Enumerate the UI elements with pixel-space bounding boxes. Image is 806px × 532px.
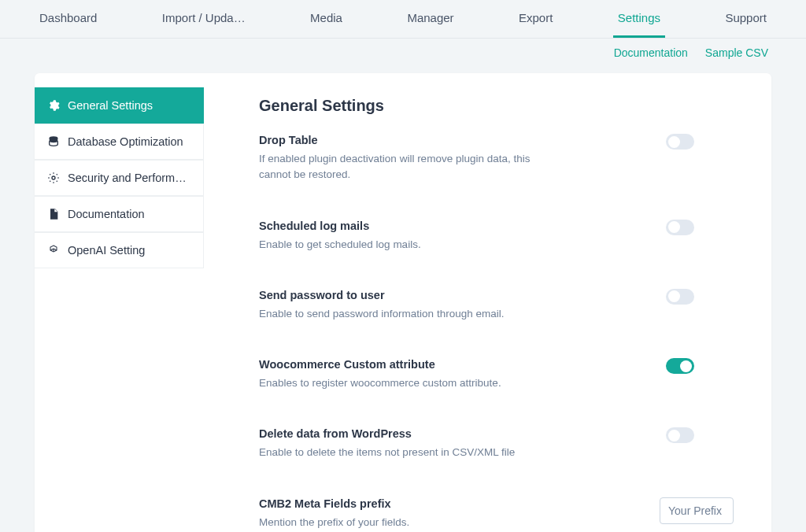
sidebar-item-label: Documentation	[68, 208, 145, 220]
toggle-delete-data[interactable]	[666, 427, 694, 443]
nav-export[interactable]: Export	[514, 11, 557, 38]
setting-woo-attribute: Woocommerce Custom attribute Enables to …	[259, 358, 734, 391]
setting-desc: Enables to register woocommerce custom a…	[259, 375, 558, 391]
toggle-drop-table[interactable]	[666, 134, 694, 150]
nav-dashboard[interactable]: Dashboard	[35, 11, 102, 38]
sidebar-item-openai[interactable]: OpenAI Setting	[35, 232, 204, 268]
sidebar-item-general[interactable]: General Settings	[35, 87, 204, 124]
nav-settings[interactable]: Settings	[613, 11, 665, 38]
sub-links: Documentation Sample CSV	[0, 39, 806, 59]
setting-desc: Enable to get scheduled log mails.	[259, 237, 558, 253]
nav-media[interactable]: Media	[305, 11, 347, 38]
nav-support[interactable]: Support	[720, 11, 771, 38]
nav-import-update[interactable]: Import / Upda…	[157, 11, 250, 38]
setting-title: Scheduled log mails	[259, 220, 558, 232]
sidebar-item-documentation[interactable]: Documentation	[35, 196, 204, 232]
top-nav: Dashboard Import / Upda… Media Manager E…	[0, 0, 806, 39]
file-icon	[47, 208, 60, 220]
sidebar-item-label: OpenAI Setting	[68, 244, 145, 257]
setting-desc: Enable to delete the items not present i…	[259, 445, 558, 460]
setting-title: Send password to user	[259, 289, 558, 301]
setting-title: Drop Table	[259, 134, 558, 146]
link-sample-csv[interactable]: Sample CSV	[705, 46, 768, 59]
setting-desc: Mention the prefix of your fields.	[259, 515, 558, 530]
setting-delete-data: Delete data from WordPress Enable to del…	[259, 427, 734, 460]
sidebar-item-database[interactable]: Database Optimization	[35, 124, 204, 160]
database-icon	[47, 135, 60, 148]
settings-content: General Settings Drop Table If enabled p…	[204, 73, 771, 532]
cog-icon	[47, 172, 60, 184]
setting-cmb2-prefix: CMB2 Meta Fields prefix Mention the pref…	[259, 497, 734, 530]
toggle-woo-attribute[interactable]	[666, 358, 694, 374]
sidebar-item-label: General Settings	[68, 99, 153, 112]
setting-scheduled-log: Scheduled log mails Enable to get schedu…	[259, 220, 734, 253]
toggle-scheduled-log[interactable]	[666, 220, 694, 235]
setting-title: CMB2 Meta Fields prefix	[259, 497, 558, 510]
openai-icon	[47, 244, 60, 257]
sidebar-item-label: Security and Performa…	[68, 172, 190, 184]
gear-icon	[47, 99, 60, 112]
setting-title: Delete data from WordPress	[259, 427, 558, 440]
setting-desc: If enabled plugin deactivation will remo…	[259, 151, 558, 183]
sidebar-item-security[interactable]: Security and Performa…	[35, 160, 204, 196]
svg-point-1	[52, 176, 55, 179]
nav-manager[interactable]: Manager	[402, 11, 458, 38]
setting-desc: Enable to send password information thro…	[259, 306, 558, 322]
settings-card: General Settings Database Optimization S…	[35, 73, 771, 532]
settings-sidebar: General Settings Database Optimization S…	[35, 73, 204, 532]
toggle-send-password[interactable]	[666, 289, 694, 305]
page-title: General Settings	[259, 97, 734, 115]
setting-drop-table: Drop Table If enabled plugin deactivatio…	[259, 134, 734, 183]
cmb2-prefix-input[interactable]	[660, 497, 734, 524]
link-documentation[interactable]: Documentation	[614, 46, 688, 59]
setting-title: Woocommerce Custom attribute	[259, 358, 558, 371]
sidebar-item-label: Database Optimization	[68, 135, 183, 148]
setting-send-password: Send password to user Enable to send pas…	[259, 289, 734, 322]
